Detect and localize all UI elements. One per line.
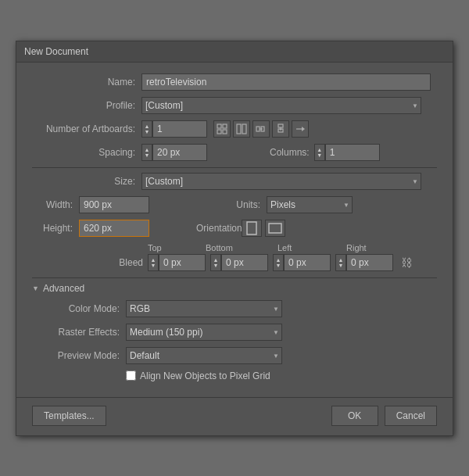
columns-spinner: ▲▼ — [314, 144, 380, 161]
width-input[interactable] — [79, 196, 149, 213]
align-checkbox-label: Align New Objects to Pixel Grid — [140, 370, 270, 381]
spacing-spinner-btn[interactable]: ▲▼ — [141, 144, 152, 161]
right-bleed-spinner[interactable]: ▲▼ — [335, 254, 346, 271]
right-buttons: OK Cancel — [331, 406, 437, 426]
bottom-col-label: Bottom — [206, 243, 277, 252]
spacing-row: Spacing: ▲▼ Columns: ▲▼ — [32, 144, 437, 161]
size-label: Size: — [32, 176, 141, 187]
bottom-bleed-field: ▲▼ — [210, 254, 268, 271]
svg-rect-16 — [247, 222, 256, 234]
advanced-form: Color Mode: RGB CMYK Raster Effects: Scr… — [32, 300, 437, 381]
height-orientation-row: Height: Orientation: — [32, 220, 437, 237]
bleed-inputs-row: Bleed ▲▼ ▲▼ ▲▼ ▲▼ ⛓ — [110, 254, 437, 271]
svg-rect-6 — [256, 127, 260, 131]
new-document-dialog: New Document Name: Profile: [Custom] Num… — [16, 41, 453, 436]
orientation-label: Orientation: — [196, 223, 235, 234]
artboards-row: Number of Artboards: ▲▼ — [32, 120, 437, 138]
top-col-label: Top — [148, 243, 206, 252]
bottom-bar: Templates... OK Cancel — [16, 397, 453, 435]
spacing-input[interactable] — [152, 144, 207, 161]
advanced-triangle-icon: ▼ — [32, 285, 39, 292]
artboard-icons — [213, 120, 309, 138]
svg-rect-5 — [242, 124, 246, 134]
top-bleed-input[interactable] — [159, 254, 206, 271]
dialog-body: Name: Profile: [Custom] Number of Artboa… — [16, 63, 453, 392]
svg-marker-15 — [302, 127, 305, 131]
artboard-move-icon[interactable] — [292, 120, 309, 138]
height-label: Height: — [32, 223, 79, 234]
top-bleed-spinner[interactable]: ▲▼ — [148, 254, 159, 271]
preview-mode-select-wrap: Default Pixel Overprint — [126, 347, 282, 364]
profile-row: Profile: [Custom] — [32, 97, 437, 114]
left-bleed-input[interactable] — [284, 254, 331, 271]
height-input[interactable] — [79, 220, 149, 237]
artboard-arrange-down-icon[interactable] — [272, 120, 289, 138]
advanced-label: Advanced — [43, 283, 84, 294]
preview-mode-label: Preview Mode: — [48, 350, 126, 361]
preview-mode-row: Preview Mode: Default Pixel Overprint — [48, 347, 437, 364]
svg-rect-4 — [237, 124, 241, 134]
raster-effects-label: Raster Effects: — [48, 327, 126, 338]
svg-rect-1 — [223, 124, 227, 128]
artboard-grid-icon[interactable] — [213, 120, 231, 138]
raster-effects-select-wrap: Screen (72 ppi) Medium (150 ppi) High (3… — [126, 324, 282, 341]
raster-effects-select[interactable]: Screen (72 ppi) Medium (150 ppi) High (3… — [126, 324, 282, 341]
chain-link-icon[interactable]: ⛓ — [401, 256, 412, 269]
columns-label: Columns: — [270, 147, 310, 158]
align-checkbox-row: Align New Objects to Pixel Grid — [126, 370, 437, 381]
orientation-icons — [242, 220, 285, 237]
right-bleed-field: ▲▼ — [335, 254, 393, 271]
bleed-row-label: Bleed — [110, 257, 148, 268]
name-label: Name: — [32, 77, 141, 88]
preview-mode-select[interactable]: Default Pixel Overprint — [126, 347, 282, 364]
artboards-spinner: ▲▼ — [141, 120, 207, 138]
spacing-label: Spacing: — [32, 147, 141, 158]
artboards-spinner-btn[interactable]: ▲▼ — [141, 120, 152, 138]
portrait-button[interactable] — [242, 220, 262, 237]
size-row: Size: [Custom] — [32, 173, 437, 190]
svg-rect-0 — [217, 124, 221, 128]
top-bleed-field: ▲▼ — [148, 254, 206, 271]
dialog-title: New Document — [24, 46, 88, 57]
artboards-label: Number of Artboards: — [32, 123, 141, 134]
svg-rect-10 — [278, 124, 283, 127]
width-units-row: Width: Units: Pixels Inches Centimeters — [32, 196, 437, 213]
artboards-input[interactable] — [152, 120, 207, 138]
left-bleed-spinner[interactable]: ▲▼ — [273, 254, 284, 271]
artboard-arrange-right-icon[interactable] — [252, 120, 270, 138]
color-mode-select[interactable]: RGB CMYK — [126, 300, 282, 317]
landscape-button[interactable] — [265, 220, 285, 237]
artboard-row-icon[interactable] — [233, 120, 250, 138]
left-col-label: Left — [277, 243, 346, 252]
bleed-section: Top Bottom Left Right Bleed ▲▼ ▲▼ ▲▼ — [32, 243, 437, 271]
name-input[interactable] — [141, 73, 431, 91]
profile-label: Profile: — [32, 100, 141, 111]
spacing-spinner: ▲▼ — [141, 144, 207, 161]
bottom-bleed-spinner[interactable]: ▲▼ — [210, 254, 221, 271]
size-select[interactable]: [Custom] — [141, 173, 421, 190]
left-bleed-field: ▲▼ — [273, 254, 331, 271]
right-bleed-input[interactable] — [346, 254, 393, 271]
units-select-wrap: Pixels Inches Centimeters — [267, 196, 353, 213]
ok-button[interactable]: OK — [331, 406, 378, 426]
svg-rect-3 — [223, 130, 227, 134]
size-select-wrap: [Custom] — [141, 173, 421, 190]
cancel-button[interactable]: Cancel — [385, 406, 437, 426]
bottom-bleed-input[interactable] — [221, 254, 268, 271]
profile-select-wrap: [Custom] — [141, 97, 421, 114]
profile-select[interactable]: [Custom] — [141, 97, 421, 114]
svg-marker-13 — [279, 129, 282, 131]
bleed-labels-row: Top Bottom Left Right — [148, 243, 437, 252]
raster-effects-row: Raster Effects: Screen (72 ppi) Medium (… — [48, 324, 437, 341]
svg-marker-9 — [261, 127, 263, 131]
columns-spinner-btn[interactable]: ▲▼ — [314, 144, 325, 161]
columns-input[interactable] — [325, 144, 380, 161]
units-select[interactable]: Pixels Inches Centimeters — [267, 196, 353, 213]
color-mode-select-wrap: RGB CMYK — [126, 300, 282, 317]
units-label: Units: — [227, 199, 267, 210]
svg-rect-17 — [269, 224, 281, 233]
templates-button[interactable]: Templates... — [32, 406, 106, 426]
advanced-toggle[interactable]: ▼ Advanced — [32, 283, 437, 294]
align-checkbox[interactable] — [126, 370, 136, 381]
advanced-section: ▼ Advanced Color Mode: RGB CMYK Raste — [32, 283, 437, 381]
